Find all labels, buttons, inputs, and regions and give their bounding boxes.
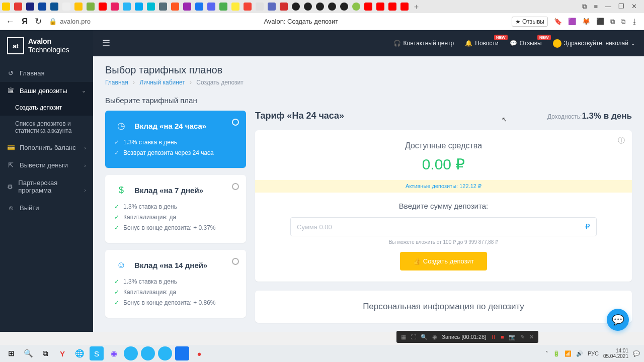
browser-extensions-icon[interactable]: ⧉ [582,3,587,11]
sidebar-icon[interactable]: ⧉ [621,18,625,26]
contact-center-link[interactable]: 🎧 Контактный центр [393,40,454,47]
ext-icon[interactable]: 🦊 [582,18,590,25]
search-icon[interactable]: 🔍 [21,346,35,360]
rec-camera-icon[interactable]: 📷 [509,334,516,340]
tab-favicon[interactable] [280,3,288,11]
tab-favicon[interactable] [99,3,107,11]
hamburger-icon[interactable]: ☰ [102,38,110,49]
tab-favicon[interactable] [147,3,155,11]
sidebar-sub-deposit-list[interactable]: Список депозитов и статистика аккаунта [0,116,93,139]
tab-favicon[interactable] [388,3,396,11]
news-link[interactable]: 🔔 Новости NEW [465,40,498,47]
sidebar-item-topup[interactable]: 💳Пополнить баланс › [0,139,93,156]
tray-battery-icon[interactable]: 🔋 [553,350,560,357]
telegram-icon[interactable] [141,346,155,360]
tab-favicon[interactable] [123,3,131,11]
tray-clock[interactable]: 14:01 05.04.2021 [603,348,628,359]
bookmark-icon[interactable]: 🔖 [554,18,562,25]
tab-favicon[interactable] [376,3,384,11]
rec-search-icon[interactable]: 🔍 [421,334,428,340]
sidebar-item-deposits[interactable]: 🏛Ваши депозиты ⌄ [0,82,93,100]
tab-favicon[interactable] [316,3,324,11]
tab-favicon[interactable] [38,3,46,11]
rec-close-icon[interactable]: ✕ [529,334,534,340]
tab-favicon[interactable] [2,3,10,11]
tab-favicon[interactable] [304,3,312,11]
tab-favicon[interactable] [328,3,336,11]
address-text[interactable]: avalon.pro [60,18,91,25]
plan-card-7d[interactable]: $ Вклад «на 7 дней» ✓1.3% ставка в день … [105,175,246,243]
tab-favicon[interactable] [62,3,70,11]
tray-notifications-icon[interactable]: 💬 [633,350,640,357]
tab-favicon[interactable] [74,3,83,11]
tab-favicon[interactable] [219,3,227,11]
tray-volume-icon[interactable]: 🔊 [576,350,583,357]
ext-icon[interactable]: ⬛ [596,18,604,25]
screen-recorder-bar[interactable]: ▦ ⛶ 🔍 ◉ Запись [00:01:28] ⏸ ■ 📷 ✎ ✕ [396,331,538,343]
window-minimize-icon[interactable]: — [605,3,611,11]
tab-favicon[interactable] [292,3,300,11]
app-logo[interactable]: at Avalon Technologies [0,30,93,61]
rec-pen-icon[interactable]: ✎ [520,334,525,340]
viber-icon[interactable]: ◉ [107,346,121,360]
telegram-icon[interactable] [158,346,172,360]
tray-lang[interactable]: РУС [588,350,599,356]
rec-stop-icon[interactable]: ■ [501,334,504,340]
chat-widget-button[interactable]: 💬 [607,309,629,331]
pip-icon[interactable]: ⧉ [610,18,615,26]
yandex-browser-icon[interactable]: Y [55,346,69,360]
tab-favicon[interactable] [340,3,348,11]
tab-favicon[interactable] [400,3,409,11]
tray-wifi-icon[interactable]: 📶 [565,350,572,357]
plan-card-24h[interactable]: ◷ Вклад «на 24 часа» ✓1.3% ставка в день… [105,111,246,168]
ext-icon[interactable]: 🟪 [568,18,576,25]
tab-favicon[interactable] [159,3,167,11]
tab-favicon[interactable] [50,3,58,11]
tab-favicon[interactable] [183,3,191,11]
tab-favicon[interactable] [352,3,360,11]
info-icon[interactable]: ⓘ [618,136,625,145]
deposit-amount-input[interactable] [297,223,585,231]
chrome-icon[interactable]: 🌐 [72,346,87,360]
browser-menu-icon[interactable]: ≡ [594,3,598,11]
back-button[interactable]: ← [6,17,15,27]
tab-favicon[interactable] [111,3,119,11]
tab-favicon[interactable] [364,3,372,11]
start-button[interactable]: ⊞ [4,346,18,360]
tab-favicon[interactable] [231,3,239,11]
plan-card-14d[interactable]: ☺ Вклад «на 14 дней» ✓1.3% ставка в день… [105,250,246,318]
sidebar-item-home[interactable]: ↺Главная [0,64,93,82]
tray-up-icon[interactable]: ˄ [545,350,548,357]
tab-favicon[interactable] [171,3,179,11]
sidebar-item-logout[interactable]: ⎋Выйти [0,199,93,217]
downloads-icon[interactable]: ⭳ [631,18,638,25]
app-icon[interactable] [175,346,189,360]
rec-grid-icon[interactable]: ▦ [401,334,406,340]
sidebar-item-withdraw[interactable]: ⇱Вывести деньги › [0,156,93,174]
reviews-button[interactable]: ★ Отзывы [512,17,548,27]
tab-favicon[interactable] [14,3,22,11]
telegram-icon[interactable] [124,346,138,360]
rec-mic-icon[interactable]: ◉ [432,334,437,340]
tab-favicon[interactable] [207,3,215,11]
sidebar-item-partner[interactable]: ⚙Партнерская программа › [0,174,93,199]
new-tab-button[interactable]: ＋ [413,2,420,12]
window-close-icon[interactable]: ✕ [631,3,637,11]
tab-favicon[interactable] [195,3,203,11]
tab-favicon[interactable] [244,3,252,11]
skype-icon[interactable]: S [90,346,104,360]
tab-favicon[interactable] [256,3,264,11]
user-menu[interactable]: Здравствуйте, николай ⌄ [553,39,635,48]
breadcrumb-home[interactable]: Главная [105,79,128,86]
create-deposit-button[interactable]: 👍 Создать депозит [400,252,487,270]
reviews-link[interactable]: 💬 Отзывы NEW [510,40,542,47]
task-view-icon[interactable]: ⧉ [38,346,52,360]
breadcrumb-cabinet[interactable]: Личный кабинет [139,79,185,86]
rec-crop-icon[interactable]: ⛶ [411,334,416,340]
tab-favicon[interactable] [26,3,34,11]
reload-button[interactable]: ↻ [35,16,42,27]
rec-pause-icon[interactable]: ⏸ [491,334,496,340]
record-icon[interactable]: ● [192,346,206,360]
yandex-home-icon[interactable]: Я [22,17,28,27]
tab-favicon[interactable] [135,3,143,11]
